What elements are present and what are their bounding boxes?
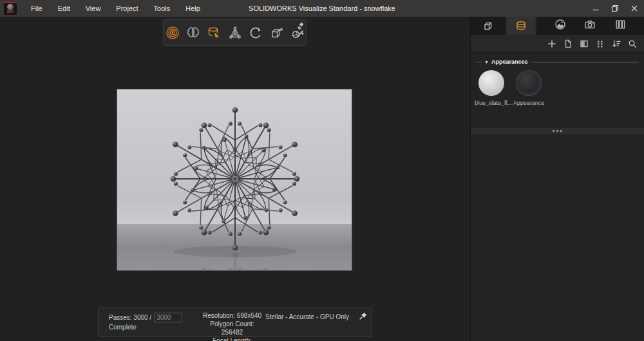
tab-appearances[interactable] [507,17,535,35]
panel-actions [471,35,644,53]
appearances-section-header[interactable]: ▼ Appearances [476,59,639,65]
panel-splitter-handle[interactable] [471,128,644,134]
sort-icon[interactable] [611,39,621,49]
status-pin-icon[interactable] [358,311,368,321]
menu-help[interactable]: Help [178,1,208,15]
turntable-rotate-icon[interactable] [247,24,264,42]
thumbnail-view-icon[interactable] [595,39,605,49]
pivot-icon[interactable] [226,24,243,42]
close-button[interactable] [625,0,644,17]
tab-cameras[interactable] [583,18,596,33]
menu-view[interactable]: View [78,1,109,15]
appearance-sphere-light [478,70,504,96]
focal-length-label: Focal Length: 74.00(mm) [199,336,265,341]
palette-tabs [471,17,644,35]
add-icon[interactable] [547,39,557,49]
tab-models[interactable] [471,17,506,35]
render-target-icon[interactable] [164,24,181,42]
easy-mode-brain-icon[interactable] [184,24,202,42]
divider [476,62,482,62]
minimize-button[interactable] [586,0,605,17]
app-logo-icon[interactable]: 2024 [4,2,17,15]
object-move-icon[interactable] [267,24,285,42]
palette-tabstrip [536,17,644,35]
titlebar: 2024 SOLIDWORKS Visualize Standard - sno… [0,0,644,17]
search-icon[interactable] [627,39,638,49]
menu-bar: File Edit View Project Tools Help [23,1,208,15]
menu-project[interactable]: Project [108,1,146,15]
appearance-picker-icon[interactable] [205,24,223,42]
appearances-header-label: Appearances [491,59,528,65]
snowflake-render [117,89,352,270]
import-icon[interactable] [563,39,573,49]
render-complete-label: Complete [109,322,199,332]
render-status-bar: Passes: 3000 / Complete Resolution: 698x… [98,308,372,337]
viewport-3d[interactable]: Passes: 3000 / Complete Resolution: 698x… [0,17,470,341]
tab-libraries[interactable] [614,18,627,33]
menu-tools[interactable]: Tools [146,1,178,15]
split-view-icon[interactable] [579,39,589,49]
menu-file[interactable]: File [23,1,50,15]
render-mode-label: Stellar - Accurate - GPU Only [265,313,372,321]
app-window: 2024 SOLIDWORKS Visualize Standard - sno… [0,0,644,341]
floating-toolbar [163,19,307,46]
menu-edit[interactable]: Edit [50,1,78,15]
appearance-item-blue-slate[interactable]: blue_slate_fl... [476,70,507,106]
divider [531,62,639,62]
appearance-sphere-dark [516,70,542,96]
toolbar-pin-icon[interactable] [296,21,305,29]
passes-input[interactable] [154,313,182,322]
appearance-item-default[interactable]: Appearance [513,70,544,106]
collapse-caret-icon[interactable]: ▼ [484,60,489,64]
app-year-label: 2024 [6,10,14,14]
resolution-label: Resolution: 698x540 [199,311,265,320]
panel-detail-area [471,134,644,341]
tab-scenes[interactable] [554,18,567,33]
window-controls [586,0,644,17]
appearance-label: blue_slate_fl... [475,100,508,106]
restore-button[interactable] [605,0,625,17]
passes-label: Passes: 3000 / [109,313,151,322]
appearance-label: Appearance [513,100,545,106]
polygon-count-label: Polygon Count: 256482 [199,320,265,336]
right-panel: ▼ Appearances blue_slate_fl... Appearanc… [470,17,644,341]
appearance-list: blue_slate_fl... Appearance [471,65,644,106]
render-view[interactable] [117,89,352,270]
